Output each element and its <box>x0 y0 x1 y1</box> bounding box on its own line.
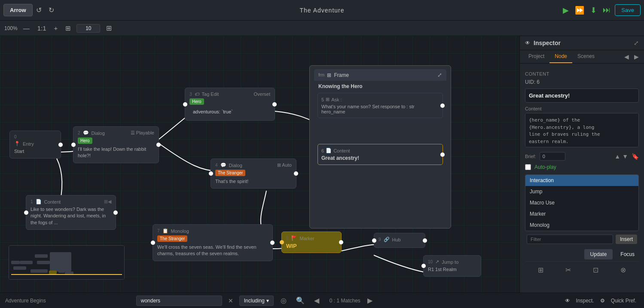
undo-button[interactable]: ↺ <box>33 4 45 16</box>
inspector-header: 👁 Inspector ⤢ <box>520 36 644 50</box>
inspector-update-button[interactable]: Update <box>584 249 613 259</box>
tab-prev-button[interactable]: ◀ <box>623 52 631 62</box>
node-3-type-icon: 🏷 <box>195 91 199 97</box>
inspector-copy-icon-btn[interactable]: ⊞ <box>534 264 547 276</box>
statusbar-matches: 0 : 1 Matches <box>330 298 360 304</box>
statusbar-circle-button[interactable]: ◎ <box>278 296 289 305</box>
fast-forward-button[interactable]: ⏩ <box>573 4 586 17</box>
minimap[interactable] <box>9 245 125 280</box>
dropdown-item-monolog[interactable]: Monolog <box>525 220 638 231</box>
tab-next-button[interactable]: ▶ <box>632 52 641 62</box>
statusbar-inspect-button[interactable]: Inspect. <box>574 297 597 305</box>
zoom-reset-button[interactable]: 1:1 <box>35 24 49 33</box>
node-0-output-dot <box>58 143 63 147</box>
statusbar-including-chevron: ▾ <box>266 298 269 304</box>
inspector-autoplay-label: Auto-play <box>534 164 556 170</box>
statusbar-search-input[interactable] <box>136 296 222 306</box>
inspector-brief-up-button[interactable]: ▲ <box>614 153 620 160</box>
node-4-type-icon: 💬 <box>220 162 226 168</box>
node-0[interactable]: 0 📍 Entry Start <box>9 131 61 159</box>
frame-expand-button[interactable]: ⤢ <box>437 72 442 78</box>
zoom-out-button[interactable]: — <box>21 24 32 33</box>
statusbar-clear-search-button[interactable]: ✕ <box>226 296 235 305</box>
grid-input[interactable] <box>76 24 100 33</box>
frame-title: Knowing the Hero <box>318 83 446 89</box>
node-8[interactable]: 8 🚩 Marker WIP <box>281 232 342 253</box>
inspector-brief-input[interactable] <box>540 152 565 161</box>
node-6[interactable]: 6 📄 Content Great ancestry! <box>317 144 443 165</box>
node-6-id: 6 <box>321 148 324 153</box>
inspector-autoplay-checkbox[interactable] <box>525 164 531 170</box>
node-7[interactable]: 7 📋 Monolog The Stranger We'll cross the… <box>153 224 273 261</box>
statusbar-scene: Adventure Begins <box>5 298 46 304</box>
statusbar-search-button[interactable]: 🔍 <box>293 296 307 305</box>
node-7-input-dot <box>151 241 155 245</box>
node-7-tag: The Stranger <box>157 235 187 242</box>
save-button[interactable]: Save <box>615 4 641 16</box>
inspector-uid: UID: 6 <box>525 79 639 85</box>
statusbar-prev-match-button[interactable]: ◀ <box>311 296 322 305</box>
node-10[interactable]: 10 ↗ Jump to R1 1st Realm <box>423 255 481 277</box>
dropdown-item-marker[interactable]: Marker <box>525 208 638 220</box>
inspector-eye-icon: 👁 <box>525 40 530 46</box>
node-5[interactable]: 5 ⊞ Ask : What's your name son? Set resp… <box>317 93 443 118</box>
redo-button[interactable]: ↻ <box>45 4 58 16</box>
inspector-insert-button[interactable]: Insert <box>616 235 637 244</box>
node-8-input-dot <box>280 240 284 244</box>
node-4-input-dot <box>209 171 213 176</box>
inspector-brief-label: Brief: <box>525 154 536 159</box>
statusbar-next-match-button[interactable]: ▶ <box>365 296 375 305</box>
canvas[interactable]: 0 📍 Entry Start 1 📄 Content ⊞◀ Like to s… <box>0 36 519 293</box>
statusbar-quickpref-button[interactable]: Quick Pref. <box>608 297 639 305</box>
node-4-tag: The Stranger <box>215 170 245 176</box>
dropdown-item-interaction[interactable]: Interaction <box>525 175 638 186</box>
node-2-playable: ☰ Playable <box>131 130 154 136</box>
skip-button[interactable]: ⏭ <box>601 4 612 16</box>
inspector-paste-icon-btn[interactable]: ⊡ <box>589 264 602 276</box>
node-4[interactable]: 4 💬 Dialog ⊞ Auto The Stranger That's th… <box>211 159 296 189</box>
minimap-block-4 <box>37 261 50 264</box>
tab-node[interactable]: Node <box>549 50 572 63</box>
inspector-bookmark-button[interactable]: 🔖 <box>632 153 639 160</box>
minimap-block-0 <box>11 261 20 264</box>
inspector-brief-down-button[interactable]: ▼ <box>622 153 628 160</box>
inspector-filter-input[interactable] <box>527 235 613 244</box>
node-3-input-dot <box>183 102 187 107</box>
node-5-content: What's your name son? Set response to : … <box>321 104 439 114</box>
download-button[interactable]: ⬇ <box>589 4 598 17</box>
node-7-content: We'll cross the seven seas. We'll find t… <box>157 244 268 257</box>
node-9[interactable]: 9 🔗 Hub <box>374 233 425 248</box>
dropdown-item-jump[interactable]: Jump <box>525 186 638 197</box>
frame-icon: ⊞ <box>327 72 331 78</box>
minimap-highlight <box>11 274 122 275</box>
node-frame[interactable]: frm ⊞ Frame ⤢ Knowing the Hero 5 ⊞ Ask :… <box>309 65 451 229</box>
fit-button[interactable]: ⊞ <box>63 24 73 33</box>
inspector-content-label: Content <box>525 106 639 111</box>
play-button[interactable]: ▶ <box>561 4 571 17</box>
inspector-expand-button[interactable]: ⤢ <box>634 40 639 46</box>
zoom-in-button[interactable]: + <box>52 24 60 33</box>
inspector-focus-button[interactable]: Focus <box>616 249 639 259</box>
node-8-type: Marker <box>300 236 314 241</box>
frame-type: Frame <box>334 72 349 78</box>
node-9-id: 9 <box>378 237 381 242</box>
arrow-button[interactable]: Arrow <box>3 4 33 16</box>
node-5-output-dot <box>440 104 445 108</box>
node-2-type-icon: 💬 <box>83 130 89 136</box>
tab-scenes[interactable]: Scenes <box>572 50 600 63</box>
node-1-id: 1 <box>31 199 33 204</box>
tab-project[interactable]: Project <box>523 50 549 63</box>
inspector-cut-icon-btn[interactable]: ✂ <box>562 264 574 276</box>
inspector-content-textarea[interactable]: {hero_name} of the {Hero.ancestry}, a lo… <box>525 113 639 147</box>
node-8-output-dot <box>339 240 343 244</box>
minimap-block-3 <box>35 254 48 258</box>
node-2[interactable]: 2 💬 Dialog ☰ Playable Hero I'll take the… <box>73 126 159 163</box>
node-1[interactable]: 1 📄 Content ⊞◀ Like to see wonders? Dark… <box>26 195 116 230</box>
node-9-output-dot <box>423 238 427 243</box>
grid-toggle-button[interactable]: ⊞ <box>104 23 114 33</box>
node-3[interactable]: 3 🏷 Tag Edit Overset Hero adventurous: `… <box>185 88 275 121</box>
inspector-delete-icon-btn[interactable]: ⊗ <box>617 264 629 276</box>
dropdown-item-macro-use[interactable]: Macro Use <box>525 197 638 208</box>
statusbar-including-dropdown[interactable]: Including ▾ <box>239 296 274 306</box>
statusbar-eye-icon: 👁 <box>565 298 570 304</box>
